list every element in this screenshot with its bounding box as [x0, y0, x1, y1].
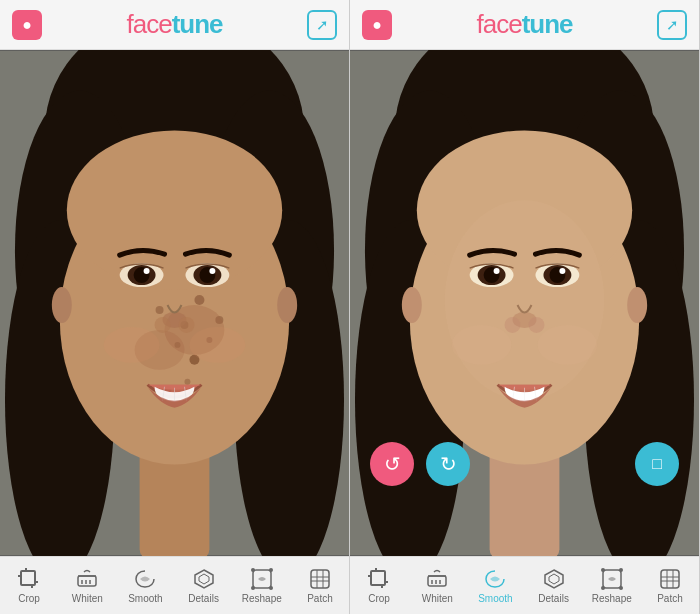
tool-crop-label: Crop — [18, 593, 40, 604]
svg-point-54 — [251, 586, 255, 590]
after-tool-patch-label: Patch — [657, 593, 683, 604]
svg-point-104 — [601, 586, 605, 590]
svg-point-73 — [494, 268, 500, 274]
svg-rect-88 — [371, 571, 385, 585]
svg-point-17 — [184, 379, 190, 385]
reshape-icon — [251, 568, 273, 590]
after-patch-icon — [659, 568, 681, 590]
before-panel: ● facetune ➚ — [0, 0, 350, 614]
after-tool-whiten-label: Whiten — [422, 593, 453, 604]
redo-icon: ↻ — [440, 452, 457, 476]
after-share-icon: ➚ — [666, 16, 679, 34]
share-icon: ➚ — [316, 16, 329, 34]
after-tool-crop-label: Crop — [368, 593, 390, 604]
after-logo-tune: tune — [522, 9, 573, 39]
after-tool-smooth[interactable]: Smooth — [466, 557, 524, 614]
undo-icon: ↺ — [384, 452, 401, 476]
redo-button[interactable]: ↻ — [426, 442, 470, 486]
svg-rect-38 — [21, 571, 35, 585]
svg-point-80 — [528, 317, 544, 333]
after-toolbar: Crop Whiten Smooth D — [350, 556, 699, 614]
after-tool-patch[interactable]: Patch — [641, 557, 699, 614]
after-app-logo: facetune — [476, 9, 572, 40]
svg-point-30 — [178, 317, 194, 333]
tool-patch-label: Patch — [307, 593, 333, 604]
after-reshape-icon — [601, 568, 623, 590]
patch-icon — [309, 568, 331, 590]
svg-rect-43 — [78, 576, 96, 586]
after-tool-reshape[interactable]: Reshape — [583, 557, 641, 614]
logo-tune: tune — [172, 9, 223, 39]
svg-point-101 — [601, 568, 605, 572]
svg-point-85 — [627, 287, 647, 323]
svg-rect-55 — [311, 570, 329, 588]
svg-point-86 — [452, 325, 512, 365]
copy-button[interactable]: □ — [635, 442, 679, 486]
svg-marker-98 — [545, 570, 563, 588]
after-panel: ● facetune ➚ — [350, 0, 700, 614]
before-photo-svg — [0, 50, 349, 556]
tool-patch[interactable]: Patch — [291, 557, 349, 614]
camera-button[interactable]: ● — [12, 10, 42, 40]
svg-point-12 — [156, 306, 164, 314]
after-tool-details[interactable]: Details — [525, 557, 583, 614]
after-crop-icon — [368, 568, 390, 590]
svg-rect-93 — [428, 576, 446, 586]
camera-icon: ● — [22, 16, 32, 34]
after-camera-button[interactable]: ● — [362, 10, 392, 40]
svg-point-69 — [445, 200, 605, 399]
share-button[interactable]: ➚ — [307, 10, 337, 40]
tool-smooth[interactable]: Smooth — [116, 557, 174, 614]
before-toolbar: Crop Whiten Smooth D — [0, 556, 349, 614]
after-details-icon — [543, 568, 565, 590]
svg-point-53 — [269, 586, 273, 590]
tool-whiten-label: Whiten — [72, 593, 103, 604]
after-tool-whiten[interactable]: Whiten — [408, 557, 466, 614]
tool-whiten[interactable]: Whiten — [58, 557, 116, 614]
tool-reshape-label: Reshape — [242, 593, 282, 604]
svg-point-34 — [52, 287, 72, 323]
svg-point-27 — [209, 268, 215, 274]
svg-marker-49 — [199, 574, 209, 584]
svg-point-23 — [144, 268, 150, 274]
svg-point-52 — [269, 568, 273, 572]
copy-icon: □ — [652, 455, 662, 473]
after-tool-smooth-label: Smooth — [478, 593, 512, 604]
whiten-icon — [76, 568, 98, 590]
after-whiten-icon — [426, 568, 448, 590]
tool-details-label: Details — [188, 593, 219, 604]
svg-point-77 — [559, 268, 565, 274]
app-logo: facetune — [126, 9, 222, 40]
svg-point-102 — [619, 568, 623, 572]
svg-point-79 — [505, 317, 521, 333]
after-tool-details-label: Details — [538, 593, 569, 604]
after-tool-crop[interactable]: Crop — [350, 557, 408, 614]
svg-point-51 — [251, 568, 255, 572]
tool-details[interactable]: Details — [175, 557, 233, 614]
svg-point-35 — [277, 287, 297, 323]
before-photo-area — [0, 50, 349, 556]
svg-point-84 — [402, 287, 422, 323]
svg-point-87 — [537, 325, 597, 365]
svg-point-8 — [67, 130, 282, 290]
tool-smooth-label: Smooth — [128, 593, 162, 604]
after-share-button[interactable]: ➚ — [657, 10, 687, 40]
after-smooth-icon — [484, 568, 506, 590]
after-camera-icon: ● — [372, 16, 382, 34]
svg-marker-48 — [195, 570, 213, 588]
tool-reshape[interactable]: Reshape — [233, 557, 291, 614]
action-buttons-container: ↺ ↻ □ — [350, 442, 699, 486]
svg-point-9 — [194, 295, 204, 305]
before-header: ● facetune ➚ — [0, 0, 349, 50]
undo-button[interactable]: ↺ — [370, 442, 414, 486]
tool-crop[interactable]: Crop — [0, 557, 58, 614]
svg-rect-105 — [661, 570, 679, 588]
smooth-icon — [134, 568, 156, 590]
crop-icon — [18, 568, 40, 590]
svg-point-103 — [619, 586, 623, 590]
after-tool-reshape-label: Reshape — [592, 593, 632, 604]
after-photo-area: ↺ ↻ □ — [350, 50, 699, 556]
after-logo-face: face — [476, 9, 521, 39]
svg-point-36 — [104, 327, 160, 363]
after-header: ● facetune ➚ — [350, 0, 699, 50]
